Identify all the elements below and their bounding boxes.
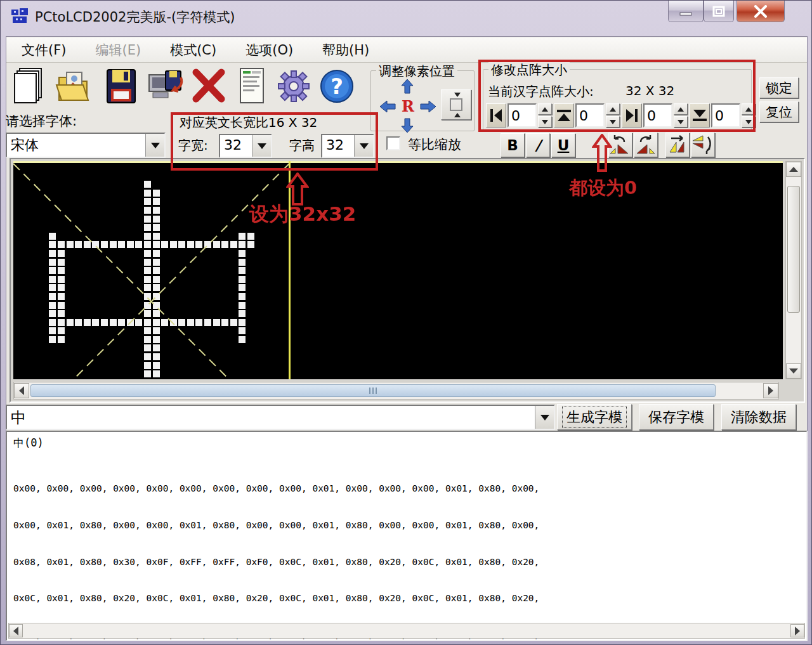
menu-file[interactable]: 文件(F) [22,41,66,59]
move-up-icon[interactable] [399,78,416,96]
size-note-text: 设为32x32 [249,201,356,228]
help-icon[interactable]: ? [318,66,356,108]
edge-right-button[interactable] [622,103,642,127]
move-down-icon[interactable] [399,116,416,134]
close-button[interactable] [737,1,785,22]
top-offset-input[interactable] [575,103,605,127]
left-offset-input[interactable] [508,103,537,127]
rotate-right-icon [634,133,656,155]
scroll-right-button[interactable] [790,624,804,637]
font-select-combo[interactable]: 宋体 [6,133,166,158]
horizontal-scroll-thumb[interactable] [30,384,716,397]
arrow-down-icon [789,368,798,374]
left-offset-spinner[interactable] [538,103,552,127]
move-right-icon[interactable] [418,98,437,115]
scroll-left-button[interactable] [14,383,29,398]
hex-line: 0x00, 0x00, 0x00, 0x00, 0x00, 0x00, 0x00… [13,483,604,495]
bottom-offset-input[interactable] [711,103,740,127]
italic-button[interactable]: / [526,133,550,157]
output-horizontal-scrollbar[interactable] [8,623,805,639]
edge-bottom-button[interactable] [690,103,710,127]
menu-mode[interactable]: 模式(C) [170,41,216,59]
menu-help[interactable]: 帮助(H) [322,41,369,59]
font-select-value: 宋体 [7,134,145,157]
char-height-combo[interactable]: 32 [321,134,374,158]
char-input-dropdown-button[interactable] [535,406,554,429]
generate-button-label: 生成字模 [562,407,627,428]
char-input-combo[interactable]: 中 [6,405,555,430]
char-width-label: 字宽: [178,137,208,154]
char-width-value: 32 [220,135,252,157]
vertical-scroll-thumb[interactable] [787,186,800,313]
flip-horizontal-icon [691,133,713,155]
chevron-down-icon [360,143,369,149]
zero-note-arrow [592,134,612,172]
scroll-up-button[interactable] [786,162,801,177]
right-offset-input[interactable] [643,103,672,127]
rotate-right-button[interactable] [634,133,658,157]
export-save-icon[interactable] [147,66,185,108]
underline-button[interactable]: U [551,133,575,157]
proportional-scale-checkbox[interactable] [386,136,400,150]
output-panel[interactable]: 中(0) 0x00, 0x00, 0x00, 0x00, 0x00, 0x00,… [6,431,808,641]
edge-top-icon [556,108,572,122]
matrix-current-label: 当前汉字点阵大小: [488,83,594,100]
scroll-right-button[interactable] [763,383,778,398]
char-input-value: 中 [7,406,535,429]
edge-left-button[interactable] [486,103,506,127]
clear-data-button[interactable]: 清除数据 [721,404,796,430]
lock-button[interactable]: 锁定 [759,77,799,98]
chevron-down-icon [258,143,266,149]
right-offset-spinner[interactable] [674,103,688,127]
char-width-dropdown-button[interactable] [252,135,271,157]
char-height-value: 32 [322,135,354,157]
font-select-dropdown-button[interactable] [145,134,164,157]
scroll-down-button[interactable] [786,363,801,379]
menu-options[interactable]: 选项(O) [246,41,293,59]
maximize-button[interactable] [704,1,734,22]
title-bar[interactable]: PCtoLCD2002完美版-(字符模式) [1,1,812,31]
menu-bar: 文件(F) 编辑(E) 模式(C) 选项(O) 帮助(H) [6,37,807,63]
arrow-left-icon [19,386,24,395]
flip-horizontal-button[interactable] [691,133,715,157]
settings-icon[interactable] [275,66,313,108]
hex-line: 0x00, 0x01, 0x80, 0x00, 0x00, 0x01, 0x80… [13,519,604,531]
code-notes-icon[interactable] [233,66,271,108]
scroll-left-button[interactable] [9,624,23,637]
chevron-down-icon [540,415,549,420]
center-glyph-button[interactable] [441,89,471,120]
zero-note-text: 都设为0 [569,176,637,201]
char-width-combo[interactable]: 32 [219,134,272,158]
editor-horizontal-scrollbar[interactable] [13,382,779,400]
editor-vertical-scrollbar[interactable] [785,161,802,379]
generate-button[interactable]: 生成字模 [557,404,632,430]
new-document-icon[interactable] [11,66,49,108]
font-select-label: 请选择字体: [6,112,77,130]
maximize-icon [712,6,725,17]
pixel-reset-button[interactable]: R [401,97,415,115]
menu-edit[interactable]: 编辑(E) [95,41,141,59]
reset-button[interactable]: 复位 [759,101,799,122]
save-output-button[interactable]: 保存字模 [639,404,714,430]
delete-icon[interactable] [190,66,228,108]
bold-button[interactable]: B [501,133,525,157]
hex-line: 0x08, 0x01, 0x80, 0x30, 0x0F, 0xFF, 0xFF… [13,556,604,568]
hex-line: 0x0C, 0x01, 0x80, 0x20, 0x0C, 0x01, 0x80… [13,592,604,604]
glyph-pixel-editor[interactable] [13,161,783,379]
window-title: PCtoLCD2002完美版-(字符模式) [35,8,235,26]
bottom-offset-spinner[interactable] [742,103,756,127]
flip-vertical-icon [666,133,688,155]
arrow-left-icon [13,627,18,635]
chevron-down-icon [151,143,160,148]
char-height-dropdown-button[interactable] [354,135,373,157]
open-file-icon[interactable] [55,66,93,108]
arrow-right-icon [768,386,773,395]
save-icon[interactable] [102,66,140,108]
minimize-button[interactable] [668,1,704,22]
output-hex-lines: 0x00, 0x00, 0x00, 0x00, 0x00, 0x00, 0x00… [13,459,604,641]
move-left-icon[interactable] [379,98,398,115]
flip-vertical-button[interactable] [665,133,690,157]
top-offset-spinner[interactable] [606,103,620,127]
matrix-current-value: 32 X 32 [625,83,674,98]
edge-top-button[interactable] [554,103,574,127]
